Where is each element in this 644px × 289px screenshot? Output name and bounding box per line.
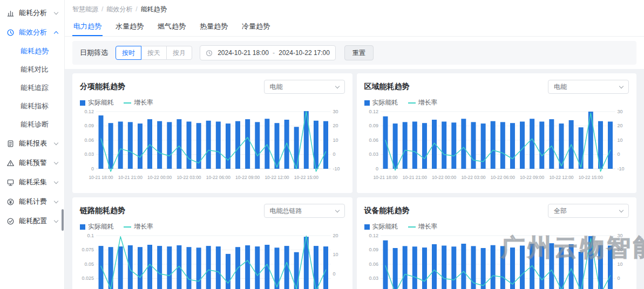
- svg-text:10-22 15:00: 10-22 15:00: [294, 175, 318, 180]
- sidebar-scrollbar-thumb[interactable]: [62, 209, 64, 231]
- sidebar-item-energy-billing[interactable]: 能耗计费: [0, 192, 64, 211]
- date-start-value: 2024-10-21 18:00: [218, 49, 269, 57]
- line-legend-swatch: [408, 102, 416, 104]
- breadcrumb-item-smart-energy[interactable]: 智慧能源: [72, 5, 98, 13]
- svg-text:20: 20: [333, 123, 338, 128]
- line-legend-swatch: [124, 226, 131, 228]
- chevron-down-icon: [335, 84, 339, 88]
- sidebar-subitem-energy-compare[interactable]: 能耗对比: [0, 60, 64, 79]
- svg-text:0: 0: [617, 152, 620, 157]
- clock-icon: [6, 29, 15, 37]
- svg-text:10-22 03:00: 10-22 03:00: [461, 175, 485, 180]
- by-day-button[interactable]: 按天: [141, 46, 167, 60]
- select-value: 电能: [554, 82, 567, 92]
- sidebar-item-energy-report[interactable]: 能耗报表: [0, 134, 64, 153]
- svg-text:0.03: 0.03: [369, 152, 378, 157]
- chevron-down-icon: [54, 160, 58, 164]
- sidebar-item-energy-alert[interactable]: 能耗预警: [0, 153, 64, 173]
- svg-text:0.09: 0.09: [84, 123, 93, 128]
- energy-type-select[interactable]: 电能: [264, 80, 345, 94]
- svg-text:0.06: 0.06: [84, 137, 93, 143]
- sidebar-subitem-energy-diagnosis[interactable]: 能耗诊断: [0, 115, 64, 134]
- chevron-down-icon: [54, 198, 58, 203]
- breadcrumb-item-efficiency-analysis[interactable]: 能效分析: [106, 5, 132, 13]
- device-energy-trend-chart: 00.030.060.090.12-10010203010-21 18:0010…: [364, 232, 629, 289]
- svg-text:10: 10: [617, 262, 622, 267]
- trend-tabs: 电力趋势 水量趋势 燃气趋势 热量趋势 冷量趋势: [65, 17, 644, 37]
- link-select[interactable]: 电能总链路: [264, 204, 345, 218]
- config-icon: [6, 217, 15, 225]
- svg-text:0.1: 0.1: [87, 233, 93, 238]
- chart-legend: 实际能耗 增长率: [80, 222, 345, 231]
- svg-text:0.025: 0.025: [82, 276, 94, 281]
- svg-text:0.075: 0.075: [82, 247, 94, 252]
- svg-text:10-22 06:00: 10-22 06:00: [206, 175, 231, 180]
- svg-text:10-22 09:00: 10-22 09:00: [520, 175, 544, 180]
- warning-icon: [6, 159, 15, 167]
- by-hour-button[interactable]: 按时: [116, 46, 141, 60]
- tab-cooling-trend[interactable]: 冷量趋势: [241, 17, 271, 36]
- select-value: 全部: [554, 207, 567, 216]
- svg-text:0.05: 0.05: [84, 262, 93, 267]
- svg-text:0.06: 0.06: [369, 262, 378, 267]
- tab-gas-trend[interactable]: 燃气趋势: [157, 17, 187, 36]
- svg-text:10-22 06:00: 10-22 06:00: [490, 175, 514, 180]
- time-granularity-group: 按时 按天 按月: [116, 46, 192, 60]
- chart-title: 链路能耗趋势: [80, 206, 125, 216]
- device-select[interactable]: 全部: [548, 204, 629, 218]
- svg-text:10-22 12:00: 10-22 12:00: [549, 175, 573, 180]
- date-filter-label: 日期筛选: [80, 48, 108, 58]
- chart-card-region-energy-trend: 区域能耗趋势 电能 实际能耗 增长率 00.030.060.090.12-100…: [357, 73, 637, 193]
- chart-legend: 实际能耗 增长率: [364, 98, 629, 107]
- sidebar-item-label: 能耗配置: [19, 216, 47, 226]
- date-filter-bar: 日期筛选 按时 按天 按月 2024-10-21 18:00 - 2024-10…: [72, 41, 636, 65]
- svg-text:0.12: 0.12: [369, 109, 378, 114]
- link-energy-trend-chart: 00.0250.050.0750.1-100102010-21 18:0010-…: [80, 232, 345, 289]
- chart-card-device-energy-trend: 设备能耗趋势 全部 实际能耗 增长率 00.030.060.090.12-100…: [357, 197, 637, 289]
- date-range-picker[interactable]: 2024-10-21 18:00 - 2024-10-22 17:00: [200, 45, 336, 60]
- main-content: 智慧能源/能效分析/能耗趋势 电力趋势 水量趋势 燃气趋势 热量趋势 冷量趋势 …: [65, 0, 644, 289]
- svg-text:0: 0: [333, 271, 336, 277]
- sidebar-item-label: 能效分析: [19, 27, 47, 37]
- svg-text:-10: -10: [333, 166, 340, 171]
- svg-text:10-21 21:00: 10-21 21:00: [118, 175, 143, 180]
- sidebar: 能耗分析 能效分析 能耗趋势 能耗对比 能耗追踪 能耗指标 能耗诊断 能耗报表: [0, 0, 65, 289]
- bar-legend-label: 实际能耗: [88, 222, 114, 231]
- chevron-down-icon: [619, 208, 623, 212]
- bar-legend-swatch: [364, 224, 370, 230]
- bar-legend-label: 实际能耗: [372, 98, 398, 107]
- svg-text:10-22 00:00: 10-22 00:00: [147, 175, 172, 180]
- sidebar-item-energy-consumption-analysis[interactable]: 能耗分析: [0, 3, 64, 23]
- chart-card-link-energy-trend: 链路能耗趋势 电能总链路 实际能耗 增长率 00.0250.050.0750.1…: [72, 197, 352, 289]
- energy-type-select[interactable]: 电能: [548, 80, 629, 94]
- chevron-down-icon: [54, 179, 58, 183]
- sidebar-subitem-energy-indicator[interactable]: 能耗指标: [0, 97, 64, 115]
- svg-text:0.12: 0.12: [84, 109, 93, 114]
- select-value: 电能总链路: [270, 207, 302, 216]
- chart-title: 区域能耗趋势: [364, 82, 410, 92]
- breadcrumb: 智慧能源/能效分析/能耗趋势: [65, 0, 644, 17]
- breadcrumb-item-energy-trend: 能耗趋势: [141, 5, 167, 13]
- sidebar-item-label: 能耗报表: [19, 139, 47, 148]
- chart-title: 分项能耗趋势: [80, 82, 125, 92]
- svg-text:10: 10: [333, 137, 338, 143]
- tab-water-trend[interactable]: 水量趋势: [114, 17, 145, 36]
- bar-chart-icon: [6, 9, 15, 17]
- sidebar-item-energy-config[interactable]: 能耗配置: [0, 211, 64, 231]
- reset-button[interactable]: 重置: [344, 45, 374, 60]
- sidebar-subitem-energy-trace[interactable]: 能耗追踪: [0, 79, 64, 97]
- by-month-button[interactable]: 按月: [166, 46, 192, 60]
- breadcrumb-separator: /: [101, 5, 103, 13]
- billing-icon: [6, 198, 15, 206]
- sidebar-item-energy-collection[interactable]: 能耗采集: [0, 173, 64, 192]
- sidebar-item-energy-efficiency-analysis[interactable]: 能效分析: [0, 23, 64, 42]
- bar-legend-swatch: [80, 224, 85, 230]
- sidebar-submenu: 能耗趋势 能耗对比 能耗追踪 能耗指标 能耗诊断: [0, 42, 64, 134]
- chevron-down-icon: [54, 10, 58, 14]
- chevron-down-icon: [54, 218, 58, 222]
- tab-heat-trend[interactable]: 热量趋势: [199, 17, 229, 36]
- line-legend-label: 增长率: [418, 98, 438, 107]
- tab-electric-trend[interactable]: 电力趋势: [72, 17, 103, 36]
- sidebar-subitem-energy-trend[interactable]: 能耗趋势: [0, 42, 64, 60]
- sidebar-item-label: 能耗采集: [19, 177, 47, 187]
